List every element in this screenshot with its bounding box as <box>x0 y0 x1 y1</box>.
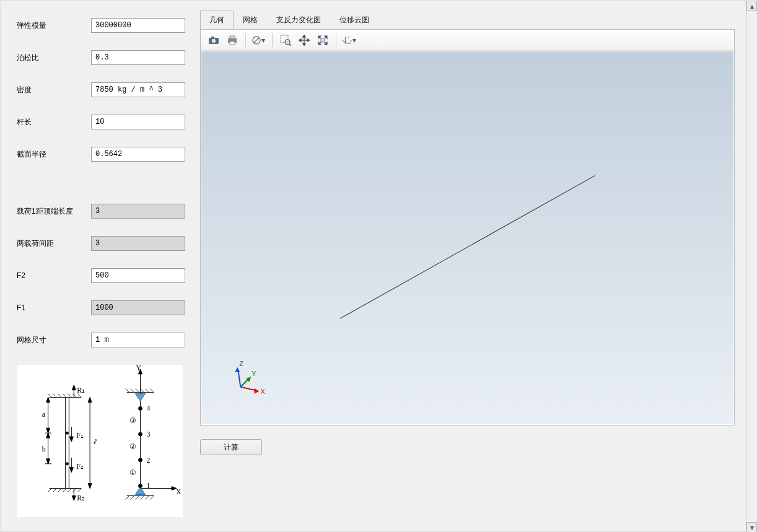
svg-line-47 <box>140 389 144 393</box>
label-load-spacing: 两载荷间距 <box>17 238 91 249</box>
triad-x-label: X <box>260 388 265 395</box>
svg-text:x: x <box>350 38 352 42</box>
svg-marker-77 <box>303 43 305 46</box>
svg-line-44 <box>126 389 129 393</box>
label-radius: 截面半径 <box>17 149 91 160</box>
input-load-spacing[interactable] <box>91 236 185 251</box>
input-radius[interactable] <box>91 147 185 162</box>
svg-line-55 <box>136 495 139 499</box>
compute-button[interactable]: 计算 <box>200 439 262 455</box>
svg-line-48 <box>145 389 149 393</box>
svg-line-54 <box>131 495 134 499</box>
field-load1-offset: 载荷1距顶端长度 <box>17 204 188 219</box>
triad-z-label: Z <box>239 360 243 367</box>
triad-y-label: Y <box>252 370 256 377</box>
input-f1[interactable] <box>91 300 185 315</box>
svg-marker-36 <box>88 484 92 489</box>
svg-rect-64 <box>211 37 214 38</box>
svg-marker-29 <box>46 398 50 403</box>
svg-point-72 <box>285 40 290 45</box>
scroll-up-icon[interactable]: ▴ <box>746 1 757 11</box>
svg-marker-50 <box>136 394 146 401</box>
geometry-canvas[interactable]: X Y Z <box>201 51 733 424</box>
tab-mesh[interactable]: 网格 <box>234 11 267 30</box>
diagram-label-a: a <box>42 410 46 419</box>
diagram-elem-1: ① <box>129 468 136 477</box>
chevron-down-icon: ▾ <box>352 36 357 45</box>
svg-line-15 <box>68 488 71 492</box>
diagram-label-l: ℓ <box>94 437 97 446</box>
svg-point-22 <box>66 432 68 434</box>
label-mesh-size: 网格尺寸 <box>17 335 91 346</box>
tab-geometry[interactable]: 几何 <box>200 11 234 30</box>
input-poisson[interactable] <box>91 50 185 65</box>
input-elastic-modulus[interactable] <box>91 18 185 33</box>
svg-point-65 <box>212 38 216 42</box>
svg-marker-24 <box>69 437 73 442</box>
cancel-select-icon[interactable]: ▾ <box>251 32 267 48</box>
svg-line-73 <box>289 44 291 46</box>
svg-marker-33 <box>46 459 50 464</box>
field-mesh-size: 网格尺寸 <box>17 333 188 347</box>
svg-line-46 <box>136 389 139 393</box>
svg-line-58 <box>150 495 154 499</box>
label-load1-offset: 载荷1距顶端长度 <box>17 206 91 217</box>
svg-point-25 <box>66 463 68 465</box>
svg-marker-35 <box>88 398 92 403</box>
svg-point-61 <box>139 458 142 462</box>
tab-reaction-plot[interactable]: 支反力变化图 <box>267 11 330 30</box>
field-bar-length: 杆长 <box>17 115 188 129</box>
svg-line-1 <box>48 394 52 398</box>
svg-marker-76 <box>303 35 305 37</box>
print-icon[interactable] <box>224 32 240 48</box>
diagram-node-1: 1 <box>146 481 150 490</box>
zoom-box-icon[interactable] <box>278 32 294 48</box>
scroll-down-icon[interactable]: ▾ <box>746 522 757 532</box>
label-f1: F1 <box>17 303 91 312</box>
axes-orientation-icon[interactable]: zx ▾ <box>341 32 357 48</box>
input-bar-length[interactable] <box>91 115 185 129</box>
svg-rect-67 <box>230 36 235 38</box>
tab-displacement-contour[interactable]: 位移云图 <box>330 11 378 30</box>
field-f2: F2 <box>17 268 188 283</box>
camera-icon[interactable] <box>206 32 222 48</box>
viewer-frame: ▾ zx ▾ <box>200 29 735 425</box>
viewer-panel: 几何 网格 支反力变化图 位移云图 ▾ <box>194 1 746 531</box>
svg-marker-96 <box>254 388 259 394</box>
diagram-label-b: b <box>42 445 46 453</box>
svg-line-16 <box>72 488 76 492</box>
svg-line-6 <box>72 394 76 398</box>
svg-marker-19 <box>72 385 76 390</box>
toolbar-separator-2 <box>272 33 273 47</box>
diagram-elem-2: ② <box>129 442 136 451</box>
svg-line-94 <box>340 176 595 319</box>
field-elastic-modulus: 弹性模量 <box>17 18 188 33</box>
svg-line-5 <box>68 394 71 398</box>
svg-line-57 <box>145 495 149 499</box>
diagram-label-f2: F₂ <box>76 462 84 471</box>
input-mesh-size[interactable] <box>91 333 185 347</box>
svg-line-3 <box>58 394 62 398</box>
tab-bar: 几何 网格 支反力变化图 位移云图 <box>200 11 735 29</box>
svg-line-13 <box>58 488 62 492</box>
svg-line-4 <box>63 394 66 398</box>
svg-rect-71 <box>281 35 288 43</box>
label-bar-length: 杆长 <box>17 117 91 128</box>
parameters-panel: 弹性模量 泊松比 密度 杆长 截面半径 载荷1距顶端长度 两载荷间距 <box>1 1 194 531</box>
field-radius: 截面半径 <box>17 147 188 162</box>
input-load1-offset[interactable] <box>91 204 185 219</box>
input-density[interactable] <box>91 82 185 97</box>
label-f2: F2 <box>17 271 91 280</box>
input-f2[interactable] <box>91 268 185 283</box>
window-scrollbar[interactable]: ▴ ▾ <box>746 1 756 532</box>
svg-line-11 <box>48 488 52 492</box>
label-elastic-modulus: 弹性模量 <box>17 20 91 31</box>
svg-line-2 <box>53 394 57 398</box>
action-bar: 计算 <box>200 439 735 455</box>
svg-marker-79 <box>307 39 310 41</box>
diagram-label-r1: R₁ <box>77 386 85 395</box>
label-poisson: 泊松比 <box>17 53 91 63</box>
fit-extents-icon[interactable] <box>315 32 331 48</box>
pan-icon[interactable] <box>296 32 312 48</box>
svg-text:z: z <box>348 35 349 39</box>
